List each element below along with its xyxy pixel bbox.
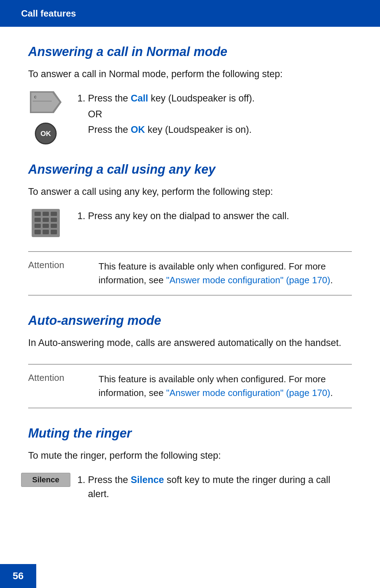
page-number: 56 xyxy=(0,564,36,588)
dk5 xyxy=(43,218,49,222)
normal-mode-step-content: Press the Call key (Loudspeaker is off).… xyxy=(77,91,352,123)
ok-button-icon: OK xyxy=(35,123,57,144)
ok-step-content: Press the OK key (Loudspeaker is on). xyxy=(77,123,352,137)
dialpad-icon xyxy=(32,209,60,237)
section-title-any-key: Answering a call using any key xyxy=(28,162,352,177)
step1-text-before: Press the xyxy=(88,93,131,104)
section-title-auto-answering: Auto-answering mode xyxy=(28,313,352,328)
dk6 xyxy=(51,218,57,222)
main-content: Answering a call in Normal mode To answe… xyxy=(0,27,380,547)
muting-step: Silence Press the Silence soft key to mu… xyxy=(28,473,352,505)
ok-keyword: OK xyxy=(131,124,145,135)
silence-keyword: Silence xyxy=(131,475,164,485)
muting-step-1: Press the Silence soft key to mute the r… xyxy=(88,473,352,501)
normal-mode-intro: To answer a call in Normal mode, perform… xyxy=(28,67,352,81)
attention2-link[interactable]: "Answer mode configuration" (page 170) xyxy=(166,388,330,398)
section-title-muting: Muting the ringer xyxy=(28,426,352,441)
dk9 xyxy=(51,224,57,228)
auto-answering-intro: In Auto-answering mode, calls are answer… xyxy=(28,336,352,350)
normal-mode-step-1: Press the Call key (Loudspeaker is off). xyxy=(88,91,352,106)
ok-text-after: key (Loudspeaker is on). xyxy=(145,124,252,135)
call-key-icon: c xyxy=(30,91,62,113)
header-title: Call features xyxy=(21,8,76,19)
dk2 xyxy=(43,212,49,216)
attention1-link[interactable]: "Answer mode configuration" (page 170) xyxy=(166,275,330,285)
dialpad-icon-container xyxy=(28,209,63,237)
normal-mode-step: c Press the Call key (Loudspeaker is off… xyxy=(28,91,352,123)
dk4 xyxy=(34,218,41,222)
dk11 xyxy=(43,230,49,234)
attention-content-1: This feature is available only when conf… xyxy=(99,260,352,287)
attention-label-2: Attention xyxy=(28,372,84,383)
dk8 xyxy=(43,224,49,228)
attention-box-1: Attention This feature is available only… xyxy=(28,251,352,296)
any-key-step-content: Press any key on the dialpad to answer t… xyxy=(77,209,352,227)
or-text: OR xyxy=(88,109,352,120)
dk10 xyxy=(34,230,41,234)
silence-btn-container: Silence xyxy=(28,473,63,487)
attention-label-1: Attention xyxy=(28,260,84,271)
muting-intro: To mute the ringer, perform the followin… xyxy=(28,448,352,463)
muting-text-before: Press the xyxy=(88,475,131,485)
svg-text:c: c xyxy=(34,94,37,99)
ok-follow-text: Press the OK key (Loudspeaker is on). xyxy=(88,123,352,137)
call-key-icon-container: c xyxy=(28,91,63,113)
attention2-text-after: . xyxy=(330,388,333,398)
muting-step-content: Press the Silence soft key to mute the r… xyxy=(77,473,352,505)
silence-button-icon: Silence xyxy=(21,473,70,487)
ok-icon-area: OK xyxy=(28,123,63,144)
header-bar: Call features xyxy=(0,0,380,27)
step1-call-keyword: Call xyxy=(131,93,148,104)
dk1 xyxy=(34,212,41,216)
ok-step-container: OK Press the OK key (Loudspeaker is on). xyxy=(28,123,352,144)
dk12 xyxy=(51,230,57,234)
attention-content-2: This feature is available only when conf… xyxy=(99,372,352,400)
dk3 xyxy=(51,212,57,216)
attention-box-2: Attention This feature is available only… xyxy=(28,364,352,408)
any-key-step: Press any key on the dialpad to answer t… xyxy=(28,209,352,237)
any-key-intro: To answer a call using any key, perform … xyxy=(28,185,352,199)
any-key-step-1: Press any key on the dialpad to answer t… xyxy=(88,209,352,223)
dk7 xyxy=(34,224,41,228)
attention1-text-after: . xyxy=(330,275,333,285)
step1-text-after: key (Loudspeaker is off). xyxy=(148,93,255,104)
ok-text-before: Press the xyxy=(88,124,131,135)
section-title-normal-mode: Answering a call in Normal mode xyxy=(28,44,352,59)
